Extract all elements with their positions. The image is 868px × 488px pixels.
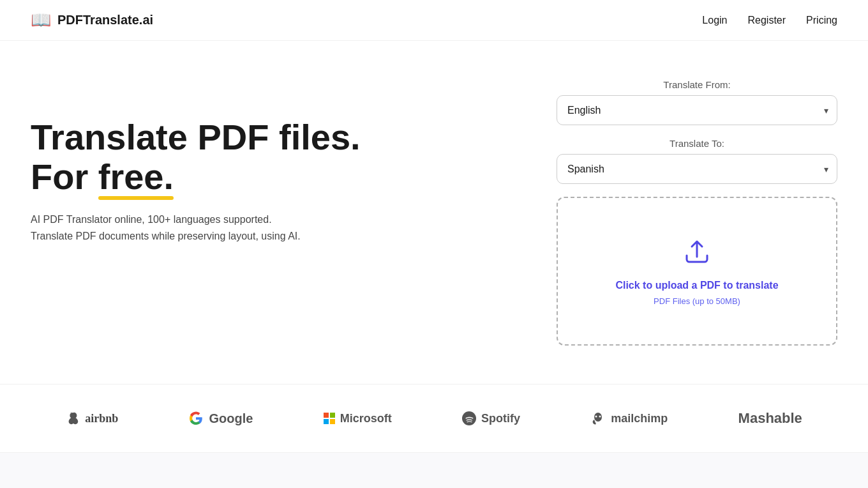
hero-line2-plain: For (31, 156, 98, 197)
brand-airbnb: airbnb (66, 411, 118, 425)
main-content: Translate PDF files. For free. AI PDF Tr… (0, 41, 868, 384)
navbar: 📖 PDFTranslate.ai Login Register Pricing (0, 0, 868, 41)
mashable-label: Mashable (738, 410, 802, 427)
svg-point-2 (594, 413, 602, 422)
translate-from-select[interactable]: English Spanish French German Chinese Ja… (557, 95, 837, 125)
translate-to-wrapper: Spanish English French German Chinese Ja… (557, 154, 837, 184)
mailchimp-icon (590, 411, 606, 426)
svg-point-0 (71, 414, 75, 418)
translate-from-label: Translate From: (557, 79, 837, 90)
translate-from-wrapper: English Spanish French German Chinese Ja… (557, 95, 837, 125)
right-column: Translate From: English Spanish French G… (557, 79, 837, 346)
mailchimp-label: mailchimp (611, 412, 668, 425)
brand-microsoft: Microsoft (324, 412, 392, 425)
brand-mailchimp: mailchimp (590, 411, 668, 426)
airbnb-icon (66, 411, 80, 425)
hero-title: Translate PDF files. For free. (31, 118, 505, 196)
logo-text: PDFTranslate.ai (57, 13, 153, 27)
google-label: Google (209, 411, 253, 426)
pricing-link[interactable]: Pricing (806, 15, 837, 26)
brands-section: airbnb Google Microsoft Spotify (0, 384, 868, 453)
upload-sub-text: PDF Files (up to 50MB) (571, 296, 823, 306)
translate-to-select[interactable]: Spanish English French German Chinese Ja… (557, 154, 837, 184)
microsoft-icon (324, 413, 335, 424)
airbnb-label: airbnb (85, 412, 118, 425)
spotify-icon (462, 411, 476, 425)
spotify-label: Spotify (481, 412, 520, 425)
microsoft-label: Microsoft (340, 412, 392, 425)
translate-to-label: Translate To: (557, 138, 837, 149)
svg-point-4 (595, 416, 597, 418)
hero-subtitle: AI PDF Translator online, 100+ languages… (31, 211, 505, 244)
hero-subtitle-line2: Translate PDF documents while preserving… (31, 231, 301, 241)
left-column: Translate PDF files. For free. AI PDF Tr… (31, 79, 505, 244)
logo[interactable]: 📖 PDFTranslate.ai (31, 10, 153, 30)
upload-main-text: Click to upload a PDF to translate (571, 280, 823, 291)
upload-area[interactable]: Click to upload a PDF to translate PDF F… (557, 197, 837, 346)
svg-point-1 (462, 411, 476, 425)
hero-free-text: free. (98, 157, 174, 197)
register-link[interactable]: Register (748, 15, 786, 26)
upload-icon (571, 236, 823, 270)
login-link[interactable]: Login (702, 15, 727, 26)
hero-line1: Translate PDF files. (31, 117, 361, 157)
bottom-section: Translate PDF files between 100+ languag… (0, 453, 868, 488)
logo-icon: 📖 (31, 10, 51, 30)
svg-point-3 (599, 416, 601, 418)
google-icon (188, 411, 204, 426)
brand-spotify: Spotify (462, 411, 520, 425)
brand-google: Google (188, 411, 253, 426)
brand-mashable: Mashable (738, 410, 802, 427)
hero-subtitle-line1: AI PDF Translator online, 100+ languages… (31, 214, 272, 225)
nav-links: Login Register Pricing (702, 15, 837, 26)
